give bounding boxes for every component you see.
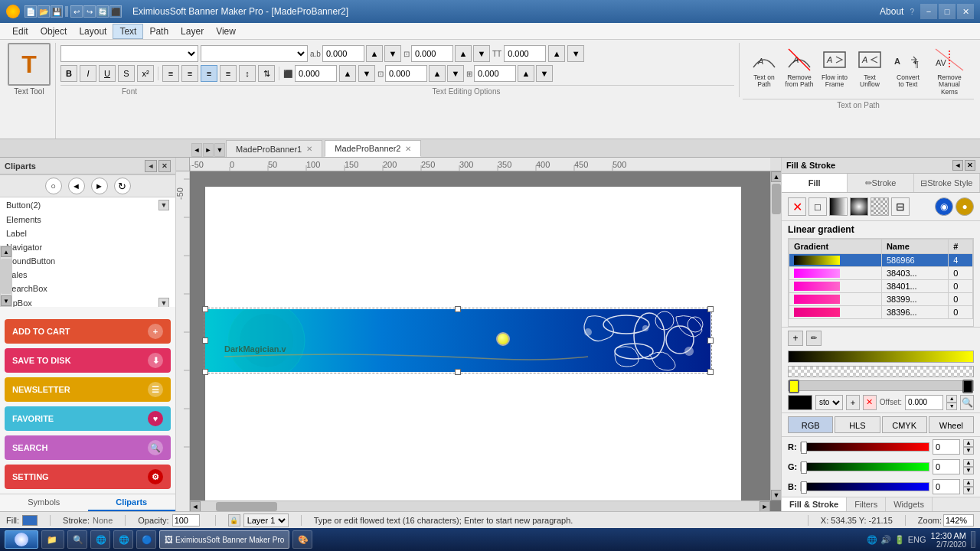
tt-down[interactable]: ▼ [567,45,584,62]
dropdown-tipbox[interactable]: ▼ [158,298,169,307]
align-center-btn[interactable]: ≡ [181,65,198,82]
align-justify-btn[interactable]: ≡ [220,65,237,82]
panel-collapse-btn[interactable]: ◄ [145,160,157,172]
scroll-down-btn[interactable]: ▼ [1,295,11,306]
eyedropper-btn[interactable]: 🔍 [960,395,974,410]
no-fill-icon[interactable]: ✕ [788,197,806,216]
list-item-elements[interactable]: Elements [0,213,175,227]
gradient-row-3[interactable]: 38399... 0 [789,293,973,306]
fill-preview[interactable] [22,515,38,526]
ab2-input[interactable] [385,65,427,82]
r-down[interactable]: ▼ [963,447,974,455]
color-mode-dropdown[interactable]: sto [815,395,843,410]
gradient-list[interactable]: Gradient Name # 586966 4 38403... 0 [788,238,974,327]
g-down[interactable]: ▼ [963,467,974,474]
nav-forward-btn[interactable]: ► [91,178,108,194]
toolbar-new[interactable]: 📄 [24,5,37,18]
toolbar-open[interactable]: 📂 [38,5,50,18]
toolbar-redo[interactable]: ↪ [83,5,96,18]
offset-input[interactable]: 0.000 [905,395,943,410]
search-btn[interactable]: SEARCH 🔍 [5,435,171,460]
zoom-input-status[interactable] [943,514,974,527]
hscroll-left[interactable]: ◄ [190,501,201,512]
hscroll-track[interactable] [201,502,760,511]
edit-gradient-btn[interactable]: ✏ [806,331,822,346]
hscroll-thumb[interactable] [216,502,277,511]
nav-back-btn[interactable]: ◄ [68,178,85,194]
font-size-select[interactable] [201,45,308,62]
g-slider-handle[interactable] [801,461,807,474]
offset-up[interactable]: ▲ [946,395,957,403]
list-item-sales[interactable]: Sales [0,268,175,282]
toolbar-undo[interactable]: ↩ [70,5,83,18]
char-spacing-down[interactable]: ▼ [384,45,401,62]
vscroll-down[interactable]: ▼ [771,490,781,500]
g-slider[interactable] [800,462,929,471]
ab2-up[interactable]: ▲ [429,65,446,82]
taskbar-ps[interactable]: 🎨 [292,530,312,549]
r-slider[interactable] [800,442,929,452]
align-right-btn[interactable]: ≡ [201,65,217,82]
tab-banner1[interactable]: MadeProBanner1 ✕ [226,140,322,157]
rp-close[interactable]: ✕ [965,160,975,171]
tt2-up[interactable]: ▲ [518,65,534,82]
convert-to-text-btn[interactable]: A ¶ Convertto Text [887,44,929,97]
dropdown-button2[interactable]: ▼ [158,200,169,210]
b-input[interactable] [933,479,960,494]
g-up[interactable]: ▲ [963,459,974,467]
list-item-roundbutton[interactable]: RoundButton [0,254,175,268]
align-extra2-btn[interactable]: ⇅ [258,65,275,82]
underline-btn[interactable]: U [99,65,116,82]
volume-icon[interactable]: 🔊 [880,535,891,545]
tab-nav-left[interactable]: ◄ [191,143,202,157]
r-input[interactable] [933,439,960,455]
menu-path[interactable]: Path [143,24,175,38]
font-family-select[interactable] [60,45,198,62]
show-desktop-btn[interactable] [971,531,975,548]
vscroll-thumb[interactable] [772,184,781,214]
rgb-btn[interactable]: RGB [788,416,833,433]
g-input[interactable] [933,459,960,474]
handle-tc[interactable] [455,306,461,312]
flow-into-frame-btn[interactable]: A Flow intoFrame [817,44,852,97]
list-item-button2[interactable]: Button(2) ▼ [0,197,175,213]
b-down[interactable]: ▼ [963,487,974,494]
handle-tl[interactable] [202,306,208,312]
ab2-down[interactable]: ▼ [447,65,464,82]
remove-color-btn[interactable]: ✕ [863,395,877,410]
nav-refresh-btn[interactable]: ↻ [114,178,131,194]
superscript-btn[interactable]: x² [137,65,154,82]
taskbar-cortana[interactable]: 🌐 [90,530,110,549]
align-extra-btn[interactable]: ↕ [239,65,256,82]
taskbar-chrome[interactable]: 🔵 [136,530,156,549]
symbols-tab[interactable]: Symbols [0,494,88,511]
bold-btn[interactable]: B [60,65,77,82]
maximize-btn[interactable]: □ [939,4,956,19]
filters-bottom-tab[interactable]: Filters [847,497,886,511]
align-left-btn[interactable]: ≡ [162,65,179,82]
widgets-bottom-tab[interactable]: Widgets [886,497,933,511]
add-color-btn[interactable]: + [846,395,860,410]
network-icon[interactable]: 🌐 [867,535,877,545]
cmyk-btn[interactable]: CMYK [882,416,927,433]
word-spacing-input[interactable] [411,45,453,62]
stroke-tab[interactable]: ✏ Stroke [848,174,913,192]
tt-up[interactable]: ▲ [548,45,565,62]
rp-collapse[interactable]: ◄ [952,160,963,171]
handle-ml[interactable] [202,337,208,344]
tab-banner2[interactable]: MadeProBanner2 ✕ [325,140,421,157]
strikethrough-btn[interactable]: S [118,65,135,82]
taskbar-explorer[interactable]: 📁 [41,530,64,549]
text-unflow-btn[interactable]: A TextUnflow [852,44,887,97]
toolbar-refresh[interactable]: 🔄 [96,5,109,18]
panel-close-btn[interactable]: ✕ [158,160,171,172]
handle-tr[interactable] [707,306,714,312]
r-up[interactable]: ▲ [963,439,974,447]
wheel-btn[interactable]: Wheel [929,416,974,433]
vscrollbar[interactable]: ▲ ▼ [770,171,781,500]
tab-nav-right[interactable]: ► [203,143,214,157]
minimize-btn[interactable]: − [920,4,937,19]
list-item-label[interactable]: Label [0,227,175,240]
hscroll-right[interactable]: ► [760,501,770,512]
handle-bc[interactable] [455,369,461,375]
